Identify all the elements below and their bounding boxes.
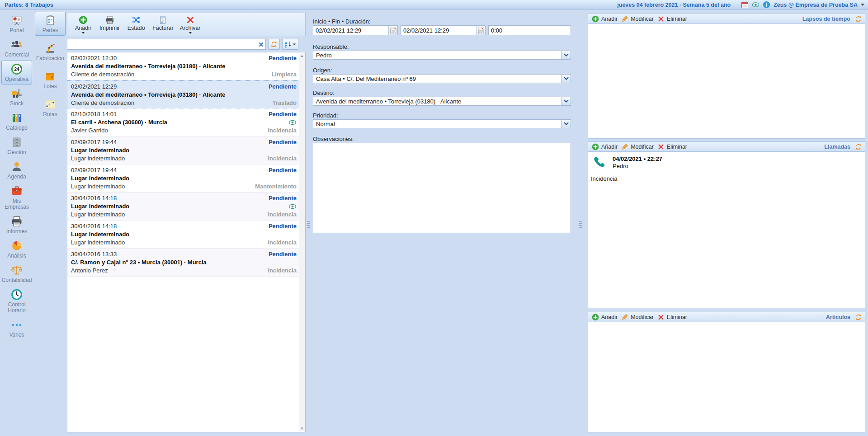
work-list-row[interactable]: 30/04/2016 14:18 Pendiente Lugar indeter… <box>67 220 299 248</box>
panel-action-icon <box>592 15 599 23</box>
info-icon[interactable] <box>763 1 770 9</box>
panel-action-button[interactable]: Eliminar <box>656 314 690 321</box>
duracion-input[interactable] <box>489 27 571 34</box>
panel-action-icon <box>592 143 599 150</box>
responsable-select[interactable]: Pedro <box>313 51 571 60</box>
panel-action-label: Añadir <box>601 16 618 22</box>
calendar-picker-icon[interactable] <box>388 26 397 35</box>
chevron-down-icon[interactable] <box>861 4 864 6</box>
work-list-row[interactable]: 02/09/2017 19:44 Pendiente Lugar indeter… <box>67 136 299 164</box>
sort-button[interactable]: AZ <box>282 39 298 50</box>
sidebar-item[interactable]: Mis Empresas <box>1 183 32 212</box>
sidebar-item-icon <box>11 88 23 99</box>
work-list-row[interactable]: 02/10/2018 14:01 Pendiente El carril • A… <box>67 108 299 136</box>
work-list-row[interactable]: 02/09/2017 19:44 Pendiente Lugar indeter… <box>67 164 299 192</box>
row-address: Avenida del mediterraneo • Torrevieja (0… <box>71 91 225 99</box>
sidebar-item[interactable]: Catálogo <box>1 109 32 133</box>
articulos-panel-header: Añadir Modificar Eliminar Artículos <box>588 312 865 322</box>
module-item[interactable]: Partes <box>35 12 66 36</box>
row-datetime: 02/09/2017 19:44 <box>71 166 117 174</box>
fin-input[interactable] <box>401 27 476 34</box>
panel-action-icon <box>621 15 628 23</box>
sidebar-item[interactable]: Stock <box>1 85 32 109</box>
duracion-field[interactable] <box>488 25 571 35</box>
sidebar-item-icon <box>11 14 23 26</box>
sidebar-item-icon <box>11 264 23 276</box>
scroll-up-icon[interactable]: ▲ <box>300 53 304 59</box>
toolbar-button[interactable]: Añadir <box>70 15 96 34</box>
sidebar-item-label: Portal <box>9 28 24 33</box>
list-scrollbar[interactable]: ▲ ▼ <box>299 53 305 431</box>
chevron-down-icon[interactable] <box>561 120 571 128</box>
row-address: El carril • Archena (30600) · Murcia <box>71 118 167 127</box>
row-datetime: 02/02/2021 12:29 <box>71 83 117 91</box>
panel-action-button[interactable]: Modificar <box>620 15 656 23</box>
refresh-button[interactable] <box>268 39 280 50</box>
inicio-input[interactable] <box>313 27 388 34</box>
splitter-form-panels[interactable] <box>578 219 582 230</box>
search-input[interactable] <box>67 39 266 50</box>
sidebar-item[interactable]: Análisis <box>1 237 32 261</box>
sidebar-item[interactable]: 24 Operativa <box>1 61 32 84</box>
work-list-row[interactable]: 02/02/2021 12:30 Pendiente Avenida del m… <box>67 52 299 80</box>
fin-field[interactable] <box>401 25 486 35</box>
module-item-icon <box>44 98 56 110</box>
call-entry[interactable]: 04/02/2021 • 22:27 Pedro Incidencia <box>588 152 865 185</box>
panel-action-button[interactable]: Eliminar <box>656 15 690 23</box>
calendar-picker-icon[interactable] <box>476 26 485 35</box>
sidebar-item[interactable]: Control Horario <box>1 286 32 316</box>
sidebar-item[interactable]: Informes <box>1 213 32 237</box>
panel-action-button[interactable]: Añadir <box>591 314 620 321</box>
refresh-icon[interactable] <box>855 15 862 23</box>
module-item[interactable]: Fabricación <box>35 40 66 64</box>
module-item[interactable]: Lotes <box>35 68 66 92</box>
row-client: Javier Garrido <box>71 127 108 135</box>
eye-icon[interactable] <box>288 204 297 209</box>
lapsos-panel-header: Añadir Modificar Eliminar Lapsos de tiem… <box>588 14 865 24</box>
destino-select[interactable]: Avenida del mediterraneo • Torrevieja (0… <box>313 97 571 106</box>
chevron-down-icon[interactable] <box>561 75 571 83</box>
scroll-down-icon[interactable]: ▼ <box>300 426 304 431</box>
row-address: Lugar indeterminado <box>71 146 129 155</box>
panel-action-button[interactable]: Modificar <box>620 143 656 150</box>
refresh-icon[interactable] <box>855 314 862 321</box>
sidebar-item[interactable]: Agenda <box>1 158 32 182</box>
toolbar-button[interactable]: Imprimir <box>96 15 123 32</box>
observaciones-textarea[interactable] <box>313 143 571 233</box>
inicio-field[interactable] <box>313 25 398 35</box>
work-list-row[interactable]: 30/04/2016 14:18 Pendiente Lugar indeter… <box>67 192 299 220</box>
toolbar-button-icon <box>105 15 114 24</box>
row-status: Pendiente <box>269 110 297 118</box>
eye-icon[interactable] <box>752 1 760 9</box>
calendar-icon[interactable] <box>741 1 749 9</box>
sidebar-item[interactable]: Portal <box>1 12 32 36</box>
splitter-list-form[interactable] <box>306 219 311 230</box>
sidebar-item[interactable]: Comercial <box>1 36 32 60</box>
panel-action-button[interactable]: Modificar <box>620 314 656 321</box>
user-menu[interactable]: Zeus @ Empresa de Prueba SA <box>774 2 858 8</box>
toolbar-button[interactable]: Facturar <box>149 15 177 32</box>
sidebar-item[interactable]: Gestión <box>1 134 32 158</box>
panel-action-label: Añadir <box>601 314 618 320</box>
clear-search-icon[interactable] <box>257 41 264 48</box>
sidebar-item[interactable]: Contabilidad <box>1 262 32 286</box>
panel-action-button[interactable]: Añadir <box>591 143 620 150</box>
toolbar-button-label: Imprimir <box>99 25 120 31</box>
module-item[interactable]: Rutas <box>35 96 66 120</box>
work-list-row[interactable]: 30/04/2016 13:33 Pendiente C/. Ramon y C… <box>67 248 299 277</box>
sidebar-item[interactable]: Varios <box>1 316 32 340</box>
panel-action-button[interactable]: Eliminar <box>656 143 690 150</box>
origen-select[interactable]: Casa Alta • C/. Del Mediterraneo nº 69 <box>313 74 571 83</box>
chevron-down-icon[interactable] <box>561 51 571 59</box>
row-datetime: 02/09/2017 19:44 <box>71 138 117 146</box>
work-list-row[interactable]: 02/02/2021 12:29 Pendiente Avenida del m… <box>67 80 299 108</box>
eye-icon[interactable] <box>288 120 297 125</box>
refresh-icon[interactable] <box>855 143 862 150</box>
sidebar-item-label: Stock <box>10 101 24 107</box>
toolbar-button[interactable]: Estado <box>123 15 149 32</box>
panel-action-button[interactable]: Añadir <box>591 15 620 23</box>
chevron-down-icon <box>292 43 295 45</box>
toolbar-button[interactable]: Archivar <box>177 15 204 34</box>
prioridad-select[interactable]: Normal <box>313 119 571 128</box>
chevron-down-icon[interactable] <box>561 97 571 105</box>
